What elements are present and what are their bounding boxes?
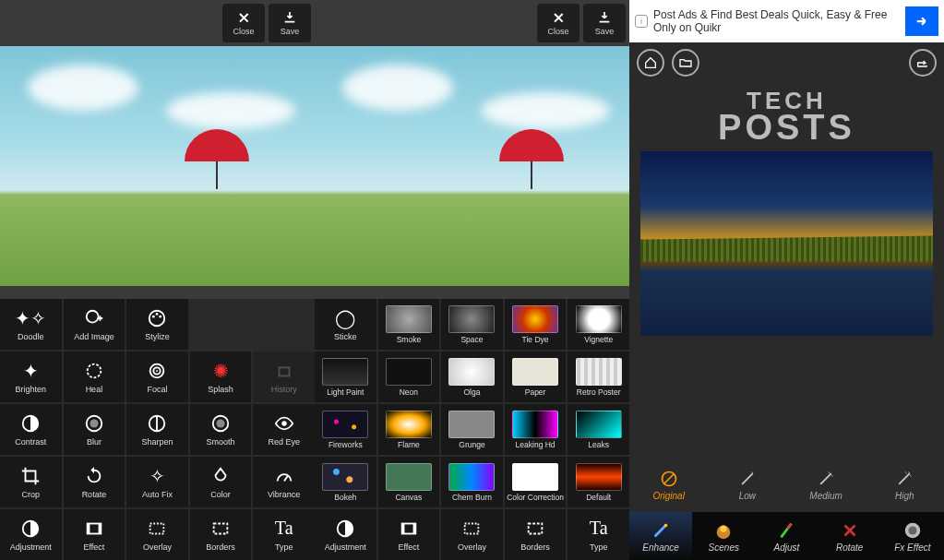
effect-tie-dye[interactable]: Tie Dye	[505, 299, 567, 350]
tool-sticker-partial[interactable]: ◯Sticke	[315, 299, 376, 350]
nav-row	[629, 42, 944, 83]
effect-retro-poster[interactable]: Retro Poster	[568, 351, 629, 402]
tool-crop[interactable]: Crop	[0, 457, 62, 507]
tool-auto-fix[interactable]: ✧Auto Fix	[126, 457, 188, 507]
svg-point-5	[88, 363, 102, 377]
canvas-1[interactable]	[0, 46, 315, 286]
smooth-icon	[210, 413, 231, 434]
svg-point-4	[160, 315, 162, 317]
tool-borders-2[interactable]: Borders	[505, 509, 567, 560]
canvas-2[interactable]	[315, 46, 629, 286]
tool-effect-2[interactable]: Effect	[378, 509, 440, 560]
close-button-2[interactable]: Close	[537, 4, 580, 42]
filmstrip-icon	[84, 518, 104, 539]
tool-focal[interactable]: Focal	[126, 351, 188, 402]
effect-light-paint[interactable]: Light Paint	[315, 351, 376, 402]
effect-leaking-hd[interactable]: Leaking Hd	[505, 404, 567, 455]
tool-rotate[interactable]: Rotate	[64, 457, 125, 507]
close-icon	[551, 10, 566, 25]
tool-add-image[interactable]: Add Image	[64, 299, 125, 350]
effect-paper[interactable]: Paper	[505, 351, 567, 402]
effect-fireworks[interactable]: Fireworks	[315, 404, 376, 455]
home-button[interactable]	[637, 49, 664, 77]
umbrella-graphic	[185, 129, 249, 189]
effect-vignette[interactable]: Vignette	[568, 299, 629, 350]
tool-adjustment-2[interactable]: Adjustment	[315, 509, 376, 560]
adjustment-icon	[335, 518, 355, 539]
tool-contrast[interactable]: Contrast	[0, 404, 62, 455]
ad-banner[interactable]: i Post Ads & Find Best Deals Quick, Easy…	[629, 0, 944, 42]
tab-adjust[interactable]: Adjust	[755, 512, 818, 560]
rotate-icon	[84, 466, 104, 486]
save-button-2[interactable]: Save	[583, 4, 626, 42]
tab-enhance[interactable]: Enhance	[629, 512, 692, 560]
arrow-right-icon	[914, 13, 930, 30]
tool-effect[interactable]: Effect	[64, 509, 125, 560]
tool-overlay[interactable]: Overlay	[126, 509, 188, 560]
effect-grunge[interactable]: Grunge	[441, 404, 503, 455]
preview-image[interactable]	[640, 151, 933, 336]
svg-rect-28	[529, 523, 543, 533]
tool-adjustment[interactable]: Adjustment	[0, 509, 62, 560]
tool-red-eye[interactable]: Red Eye	[253, 404, 315, 455]
crop-icon	[20, 466, 41, 486]
effect-chem-burn[interactable]: Chem Burn	[441, 457, 503, 507]
effect-neon[interactable]: Neon	[378, 351, 440, 402]
tool-stylize[interactable]: Stylize	[126, 299, 188, 350]
type-icon: Ta	[274, 518, 294, 539]
eye-icon	[274, 413, 294, 434]
fx-icon	[902, 520, 923, 541]
svg-rect-21	[150, 523, 164, 533]
strength-medium[interactable]: Medium	[787, 459, 866, 512]
save-button[interactable]: Save	[269, 4, 311, 42]
effect-bokeh[interactable]: Bokeh	[315, 457, 376, 507]
effect-olga[interactable]: Olga	[441, 351, 503, 402]
wand-med-icon	[817, 470, 835, 488]
tool-heal[interactable]: Heal	[64, 351, 125, 402]
ad-go-button[interactable]	[905, 6, 938, 36]
tool-blur[interactable]: Blur	[64, 404, 125, 455]
share-button[interactable]	[909, 49, 937, 77]
tool-brighten[interactable]: ✦Brighten	[0, 351, 62, 402]
history-icon	[274, 361, 294, 381]
tool-splash[interactable]: ✺Splash	[190, 351, 252, 402]
add-image-icon	[84, 308, 104, 328]
tool-type-2[interactable]: TaType	[568, 509, 629, 560]
svg-point-30	[664, 523, 668, 527]
brighten-icon: ✦	[20, 361, 41, 381]
effect-flame[interactable]: Flame	[378, 404, 440, 455]
wand-low-icon	[738, 470, 757, 488]
close-label: Close	[233, 27, 254, 36]
tool-doodle[interactable]: ✦✧Doodle	[0, 299, 62, 350]
svg-rect-26	[412, 523, 415, 533]
ad-text: Post Ads & Find Best Deals Quick, Easy &…	[648, 8, 905, 35]
effect-space[interactable]: Space	[441, 299, 503, 350]
tool-borders[interactable]: Borders	[190, 509, 252, 560]
ad-info-icon: i	[635, 15, 648, 28]
effect-canvas[interactable]: Canvas	[378, 457, 440, 507]
tool-type[interactable]: TaType	[253, 509, 315, 560]
effect-color-correction[interactable]: Color Correction	[505, 457, 567, 507]
tab-fx-effect[interactable]: Fx Effect	[881, 512, 944, 560]
tab-scenes[interactable]: Scenes	[692, 512, 755, 560]
tool-vibrance[interactable]: Vibrance	[253, 457, 315, 507]
close-button[interactable]: Close	[222, 4, 265, 42]
effect-smoke[interactable]: Smoke	[378, 299, 440, 350]
tool-smooth[interactable]: Smooth	[190, 404, 252, 455]
svg-point-8	[157, 370, 159, 372]
tool-sharpen[interactable]: Sharpen	[126, 404, 188, 455]
strength-original[interactable]: Original	[629, 459, 708, 512]
open-button[interactable]	[672, 49, 699, 77]
effect-leaks[interactable]: Leaks	[568, 404, 629, 455]
editor-panel-1: Close Save ✦✧Doodle Add Image Stylize ✦B…	[0, 0, 315, 560]
tool-color[interactable]: Color	[190, 457, 252, 507]
tool-overlay-2[interactable]: Overlay	[441, 509, 503, 560]
editor-panel-3: i Post Ads & Find Best Deals Quick, Easy…	[629, 0, 944, 560]
enhance-icon	[651, 520, 671, 541]
sharpen-icon	[147, 413, 167, 434]
tab-rotate[interactable]: Rotate	[819, 512, 881, 560]
scenes-icon	[713, 520, 734, 541]
strength-low[interactable]: Low	[708, 459, 786, 512]
effect-default[interactable]: Default	[568, 457, 629, 507]
strength-high[interactable]: High	[866, 459, 944, 512]
